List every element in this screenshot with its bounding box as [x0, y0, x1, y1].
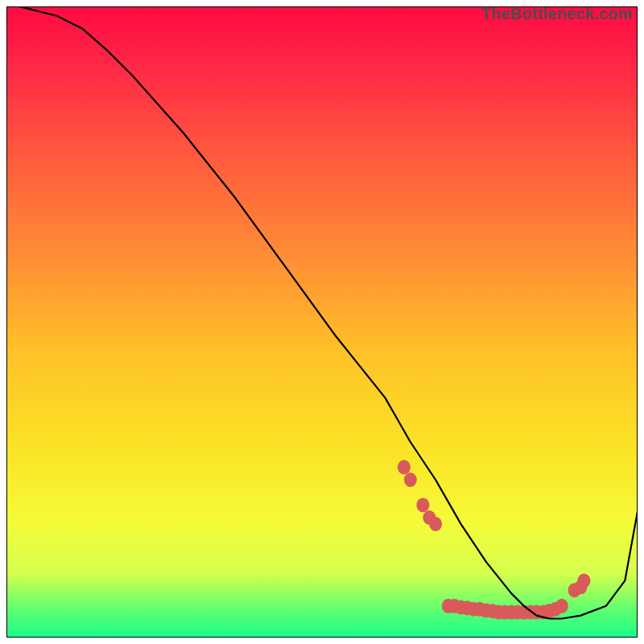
highlight-dots: [398, 460, 591, 619]
marker-dot: [555, 599, 568, 613]
chart-svg: [6, 6, 638, 638]
bottleneck-curve: [19, 6, 638, 619]
marker-dot: [416, 497, 429, 512]
marker-dot: [577, 573, 590, 588]
marker-dot: [429, 517, 442, 531]
marker-dot: [404, 473, 417, 487]
marker-dot: [398, 460, 411, 474]
